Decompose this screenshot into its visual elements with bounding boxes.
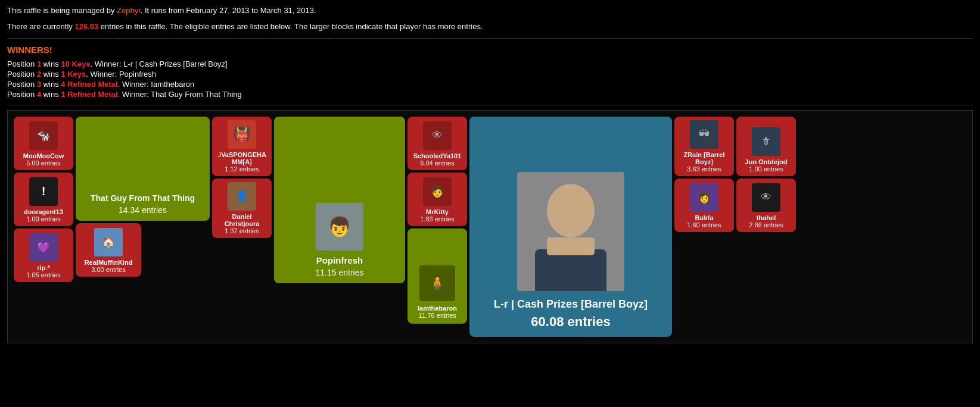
prize-4: 1 Refined Metal: [61, 90, 117, 99]
winners-title: WINNERS!: [7, 45, 973, 55]
svg-rect-2: [535, 249, 606, 291]
divider-1: [7, 38, 973, 39]
col-3: 👹 .iVaSPONGEHAMM[A] 1.12 entries 👤 Danie…: [212, 117, 272, 238]
username-balrfa: Balrfa: [695, 214, 713, 221]
block-lrbarrel[interactable]: L-r | Cash Prizes [Barrel Boyz] 60.08 en…: [469, 117, 672, 337]
entries-moocow: 5.00 entries: [26, 159, 60, 167]
block-daniel[interactable]: 👤 Daniel Christjoura 1.37 entries: [212, 179, 272, 238]
row-7b: 👩 Balrfa 1.60 entries 👁 thahel 2.66 entr…: [674, 179, 796, 232]
entries-juo: 1.00 entries: [749, 165, 783, 173]
username-thahel: thahel: [757, 214, 776, 221]
entries-realmuffin: 3.00 entries: [91, 266, 125, 273]
winner-line-4: Position 4 wins 1 Refined Metal. Winner:…: [7, 90, 973, 99]
block-rip[interactable]: 💜 rip.* 1.05 entries: [14, 228, 73, 282]
avatar-iamthebaron: 🧍: [419, 265, 455, 301]
prize-2: 1 Keys: [61, 70, 86, 79]
col-6: L-r | Cash Prizes [Barrel Boyz] 60.08 en…: [469, 117, 672, 337]
entries-iamthebaron: 11.76 entries: [418, 312, 456, 319]
winner-line-3: Position 3 wins 4 Refined Metal. Winner:…: [7, 80, 973, 89]
avatar-realmuffin: 🏠: [94, 228, 123, 256]
block-thahel[interactable]: 👁 thahel 2.66 entries: [736, 179, 796, 232]
entries-ivasponge: 1.12 entries: [225, 165, 259, 173]
avatar-ivasponge: 👹: [228, 120, 256, 149]
winner-line-2: Position 2 wins 1 Keys. Winner: Popinfre…: [7, 70, 973, 79]
winner-3: Iamthebaron: [151, 80, 194, 89]
winner-2: Popinfresh: [119, 70, 156, 79]
avatar-rip: 💜: [29, 233, 58, 262]
entries-lrbarrel: 60.08 entries: [531, 314, 610, 330]
username-juo: Juo Ontdejod: [745, 158, 788, 165]
avatar-dooragent: !: [29, 177, 58, 206]
block-iamthebaron[interactable]: 🧍 Iamthebaron 11.76 entries: [407, 228, 467, 324]
entries-zrain: 3.63 entries: [687, 165, 721, 173]
avatar-schooled: 👁: [423, 121, 452, 150]
block-schooled[interactable]: 👁 SchooledYa101 6.04 entries: [407, 117, 467, 170]
entries-mrkitty: 1.83 entries: [420, 215, 454, 223]
winner-1: L-r | Cash Prizes [Barrel Boyz]: [123, 60, 228, 68]
avatar-juo: 🗡: [752, 127, 780, 156]
pos-1: 1: [37, 60, 41, 68]
username-rip: rip.*: [37, 264, 49, 271]
username-mrkitty: MrKitty: [426, 208, 449, 215]
block-popinfresh[interactable]: 👦 Popinfresh 11.15 entries: [274, 117, 405, 283]
entries-thatguy: 14.34 entries: [119, 205, 167, 215]
entries-balrfa: 1.60 entries: [687, 221, 721, 228]
entries-thahel: 2.66 entries: [749, 221, 783, 228]
block-dooragent[interactable]: ! dooragent13 1.00 entries: [14, 173, 73, 226]
username-dooragent: dooragent13: [24, 208, 63, 215]
block-zrain[interactable]: 🕶 ZRain [Barrel Boyz] 3.63 entries: [674, 117, 734, 176]
col-2: That Guy From That Thing 14.34 entries 🏠…: [76, 117, 210, 277]
prize-3: 4 Refined Metal: [61, 80, 117, 89]
avatar-daniel: 👤: [228, 182, 256, 211]
pos-2: 2: [37, 70, 41, 79]
block-moocow[interactable]: 🐄 MooMooCow 5.00 entries: [14, 117, 73, 170]
col-4: 👦 Popinfresh 11.15 entries: [274, 117, 405, 283]
winner-line-1: Position 1 wins 10 Keys. Winner: L-r | C…: [7, 60, 973, 68]
username-daniel: Daniel Christjoura: [216, 213, 268, 227]
pos-4: 4: [37, 90, 41, 99]
raffle-grid: 🐄 MooMooCow 5.00 entries ! dooragent13 1…: [7, 110, 973, 343]
avatar-zrain: 🕶: [690, 120, 718, 149]
entries-daniel: 1.37 entries: [225, 227, 259, 234]
entries-popinfresh: 11.15 entries: [316, 268, 364, 277]
svg-rect-3: [547, 237, 595, 255]
row-7a: 🕶 ZRain [Barrel Boyz] 3.63 entries 🗡 Juo…: [674, 117, 796, 176]
divider-2: [7, 105, 973, 105]
entries-count: 126.03: [74, 22, 98, 31]
username-lrbarrel: L-r | Cash Prizes [Barrel Boyz]: [494, 298, 648, 311]
info-line1: This raffle is being managed by Zephyr. …: [7, 5, 973, 17]
username-thatguy: That Guy From That Thing: [91, 193, 195, 203]
avatar-thahel: 👁: [752, 183, 780, 212]
prize-1: 10 Keys: [61, 60, 90, 68]
block-thatguy[interactable]: That Guy From That Thing 14.34 entries: [76, 117, 210, 221]
username-moocow: MooMooCow: [23, 152, 64, 159]
entries-rip: 1.05 entries: [26, 271, 60, 278]
block-mrkitty[interactable]: 🧑 MrKitty 1.83 entries: [407, 173, 467, 226]
username-iamthebaron: Iamthebaron: [418, 305, 457, 312]
username-realmuffin: RealMuffinKind: [85, 259, 133, 266]
avatar-balrfa: 👩: [690, 183, 718, 212]
col-7: 🕶 ZRain [Barrel Boyz] 3.63 entries 🗡 Juo…: [674, 117, 796, 232]
username-schooled: SchooledYa101: [413, 152, 462, 159]
username-ivasponge: .iVaSPONGEHAMM[A]: [216, 151, 268, 165]
info-section: This raffle is being managed by Zephyr. …: [7, 5, 973, 33]
avatar-popinfresh: 👦: [316, 203, 363, 251]
winners-section: WINNERS! Position 1 wins 10 Keys. Winner…: [7, 45, 973, 99]
info-line2: There are currently 126.03 entries in th…: [7, 21, 973, 33]
username-zrain: ZRain [Barrel Boyz]: [678, 151, 730, 165]
avatar-moocow: 🐄: [29, 121, 58, 150]
username-popinfresh: Popinfresh: [316, 255, 363, 265]
avatar-mrkitty: 🧑: [423, 177, 452, 206]
entries-schooled: 6.04 entries: [420, 159, 454, 167]
winner-4: That Guy From That Thing: [151, 90, 242, 99]
block-juo[interactable]: 🗡 Juo Ontdejod 1.00 entries: [736, 117, 796, 176]
col-5: 👁 SchooledYa101 6.04 entries 🧑 MrKitty 1…: [407, 117, 467, 324]
manager-name: Zephyr: [117, 6, 141, 15]
block-balrfa[interactable]: 👩 Balrfa 1.60 entries: [674, 179, 734, 232]
svg-point-1: [547, 184, 595, 237]
block-ivasponge[interactable]: 👹 .iVaSPONGEHAMM[A] 1.12 entries: [212, 117, 272, 176]
entries-dooragent: 1.00 entries: [26, 215, 60, 223]
pos-3: 3: [37, 80, 41, 89]
block-realmuffin[interactable]: 🏠 RealMuffinKind 3.00 entries: [76, 223, 141, 277]
grid-row-main: 🐄 MooMooCow 5.00 entries ! dooragent13 1…: [14, 117, 966, 337]
